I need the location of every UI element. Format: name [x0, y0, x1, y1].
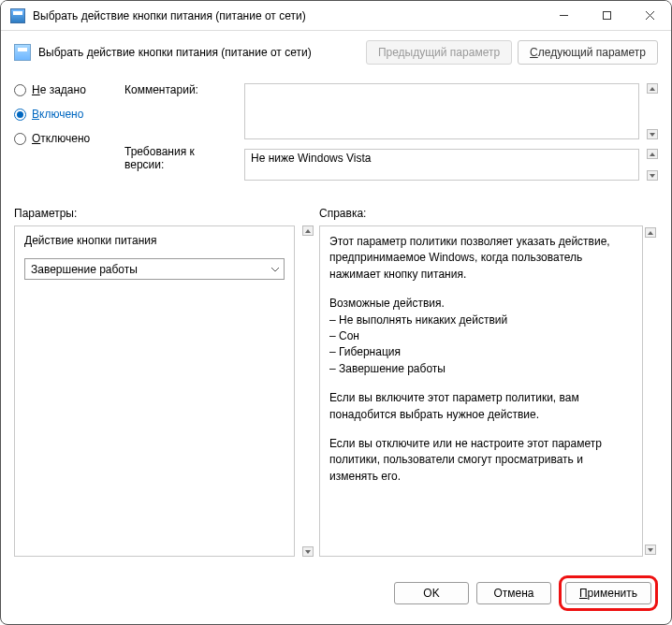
window-controls [542, 1, 671, 30]
radio-icon [14, 133, 26, 145]
close-button[interactable] [628, 1, 671, 30]
window-title: Выбрать действие кнопки питания (питание… [33, 9, 306, 22]
svg-marker-9 [305, 550, 311, 554]
version-box: Не ниже Windows Vista [244, 149, 639, 181]
help-text: Этот параметр политики позволяет указать… [329, 234, 633, 283]
section-labels: Параметры: Справка: [14, 207, 658, 220]
scroll-down-icon[interactable] [647, 170, 658, 181]
scroll-down-icon[interactable] [645, 545, 656, 555]
options-section-label: Параметры: [14, 207, 319, 220]
svg-marker-5 [650, 133, 655, 137]
radio-icon [14, 109, 26, 121]
chevron-down-icon [270, 264, 280, 274]
dropdown-value: Завершение работы [31, 263, 138, 276]
comment-label: Комментарий: [124, 83, 237, 96]
scroll-up-icon[interactable] [647, 83, 658, 94]
radio-enabled[interactable]: Включено [14, 108, 117, 121]
options-panel: Действие кнопки питания Завершение работ… [14, 225, 295, 557]
scroll-up-icon[interactable] [647, 149, 658, 159]
header-caption: Выбрать действие кнопки питания (питание… [38, 46, 312, 59]
svg-marker-10 [648, 231, 653, 235]
radio-icon [14, 84, 26, 96]
version-label: Требования к версии: [124, 145, 237, 171]
ok-button[interactable]: OK [394, 582, 469, 604]
scroll-up-icon[interactable] [645, 227, 656, 238]
apply-button[interactable]: Применить [565, 582, 651, 604]
maximize-button[interactable] [585, 1, 628, 30]
svg-marker-6 [650, 153, 655, 156]
help-text: Возможные действия. – Не выполнять никак… [329, 296, 633, 377]
help-text: Если вы отключите или не настроите этот … [329, 436, 633, 485]
scroll-down-icon[interactable] [302, 546, 314, 557]
svg-rect-1 [603, 12, 610, 20]
svg-marker-4 [650, 87, 655, 91]
help-panel: Этот параметр политики позволяет указать… [319, 225, 643, 557]
scroll-down-icon[interactable] [647, 129, 658, 139]
option-label: Действие кнопки питания [24, 234, 285, 247]
header-row: Выбрать действие кнопки питания (питание… [1, 31, 671, 70]
prev-setting-button[interactable]: Предыдущий параметр [366, 40, 512, 65]
radio-disabled[interactable]: Отключено [14, 132, 117, 145]
top-grid: Не задано Включено Отключено Комментарий… [14, 83, 658, 181]
action-dropdown[interactable]: Завершение работы [24, 258, 285, 280]
scroll-up-icon[interactable] [302, 225, 314, 236]
cancel-button[interactable]: Отмена [476, 582, 551, 604]
next-setting-button[interactable]: Следующий параметр [518, 40, 658, 65]
policy-dialog: Выбрать действие кнопки питания (питание… [0, 0, 672, 625]
comment-textarea[interactable] [244, 83, 639, 139]
apply-highlight: Применить [559, 575, 658, 611]
svg-marker-8 [305, 229, 311, 233]
svg-marker-11 [648, 548, 653, 552]
radio-not-configured[interactable]: Не задано [14, 83, 117, 96]
help-section-label: Справка: [319, 207, 658, 220]
policy-icon [14, 44, 31, 61]
help-text: Если вы включите этот параметр политики,… [329, 390, 633, 423]
app-icon [10, 8, 25, 23]
minimize-button[interactable] [542, 1, 585, 30]
svg-marker-7 [650, 174, 655, 178]
dialog-footer: OK Отмена Применить [1, 566, 671, 624]
state-radios: Не задано Включено Отключено [14, 83, 117, 145]
titlebar: Выбрать действие кнопки питания (питание… [1, 1, 671, 31]
